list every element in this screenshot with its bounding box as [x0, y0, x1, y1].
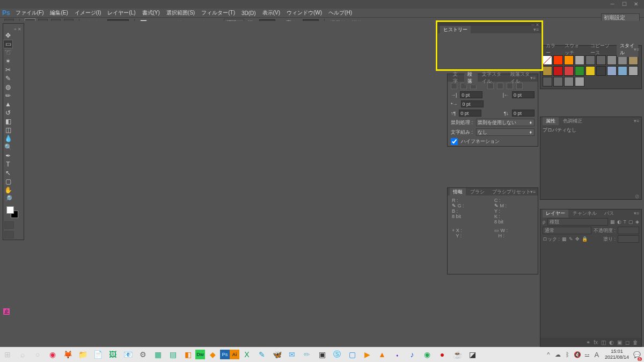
tab-info[interactable]: 情報 [450, 188, 466, 196]
layers-menu-icon[interactable]: ▾≡ [634, 211, 639, 216]
onedrive-icon[interactable]: ☁ [553, 347, 563, 362]
tab-swatches[interactable]: スウォッチ [561, 42, 586, 57]
vlc-icon[interactable]: ▲ [375, 347, 390, 362]
app-icon-10[interactable]: ◉ [420, 347, 435, 362]
menu-image[interactable]: イメージ(I) [75, 9, 101, 17]
kinsoku-dropdown[interactable]: 禁則を使用しない♦ [476, 119, 535, 126]
crop-tool[interactable]: ✂ [3, 66, 13, 74]
indent-right-input[interactable] [512, 91, 535, 98]
ime-a-icon[interactable]: A [592, 347, 602, 362]
lasso-tool[interactable]: ➰ [3, 48, 13, 57]
quick-mask-toggle[interactable] [4, 221, 14, 229]
bluetooth-icon[interactable]: ᛒ [563, 347, 573, 362]
firefox-icon[interactable]: 🦊 [60, 347, 75, 362]
blur-tool[interactable]: 💧 [3, 134, 13, 143]
music-icon[interactable]: ♪ [405, 347, 420, 362]
record-icon[interactable]: ● [435, 347, 450, 362]
pen-tool[interactable]: ✒ [3, 151, 13, 160]
tab-properties[interactable]: 属性 [543, 117, 559, 125]
style-swatch[interactable] [596, 66, 606, 76]
brush-tool[interactable]: ✏ [3, 91, 13, 100]
indent-first-input[interactable] [461, 100, 484, 107]
fill-input[interactable] [618, 235, 639, 243]
history-brush-tool[interactable]: ↺ [3, 108, 13, 117]
menu-window[interactable]: ウィンドウ(W) [287, 9, 322, 17]
app-icon-9[interactable]: ⬩ [390, 347, 405, 362]
healing-tool[interactable]: ◍ [3, 83, 13, 91]
tray-expand-icon[interactable]: ^ [544, 347, 553, 362]
style-swatch[interactable] [553, 66, 563, 76]
media-icon[interactable]: ▶ [360, 347, 375, 362]
eraser-tool[interactable]: ◧ [3, 117, 13, 126]
close-button[interactable]: ✕ [631, 1, 641, 8]
style-swatch[interactable] [575, 66, 584, 76]
indent-left-input[interactable] [460, 91, 482, 98]
tab-brush[interactable]: ブラシ [467, 188, 488, 196]
toolbox-grip[interactable]: « ✕ [3, 27, 24, 31]
illustrator-icon[interactable]: Ai [230, 350, 239, 359]
group-icon[interactable]: ▣ [617, 339, 622, 345]
gradient-tool[interactable]: ◫ [3, 126, 13, 134]
menu-help[interactable]: ヘルプ(H) [328, 9, 352, 17]
path-select-tool[interactable]: ↖ [3, 169, 13, 177]
quick-select-tool[interactable]: ✶ [3, 57, 13, 66]
filter-type-icon[interactable]: T [624, 219, 627, 225]
filter-pixel-icon[interactable]: ▦ [610, 219, 615, 225]
styles-menu-icon[interactable]: ▾≡ [634, 47, 639, 52]
chrome-icon[interactable]: ◉ [45, 347, 60, 362]
space-before-input[interactable] [459, 110, 481, 117]
properties-footer-icon[interactable]: ⊘ [635, 193, 639, 199]
new-layer-icon[interactable]: ◻ [625, 339, 630, 345]
outlook-icon[interactable]: 📧 [120, 347, 135, 362]
maximize-button[interactable]: ☐ [619, 1, 629, 8]
app-icon-7[interactable]: ✏ [299, 347, 314, 362]
type-tool[interactable]: T [3, 160, 13, 169]
tab-char-style[interactable]: 文字スタイル [479, 70, 506, 85]
tab-channels[interactable]: チャンネル [569, 209, 600, 218]
start-button[interactable]: ⊞ [0, 347, 15, 362]
space-after-input[interactable] [512, 110, 535, 117]
filter-shape-icon[interactable]: ▢ [628, 219, 633, 225]
menu-3d[interactable]: 3D(D) [241, 10, 256, 16]
layer-mask-icon[interactable]: ◫ [601, 339, 606, 345]
tab-paths[interactable]: パス [601, 209, 617, 218]
photoshop-icon[interactable]: Ps [220, 350, 230, 359]
settings-icon[interactable]: ⚙ [135, 347, 150, 362]
menu-edit[interactable]: 編集(E) [50, 9, 68, 17]
search-button[interactable]: ⌕ [15, 347, 30, 362]
menu-filter[interactable]: フィルター(T) [201, 9, 235, 17]
shape-tool[interactable]: ▢ [3, 177, 13, 186]
dodge-tool[interactable]: 🔍 [3, 143, 13, 151]
foreground-color[interactable] [6, 206, 14, 214]
lock-all-icon[interactable]: 🔒 [582, 236, 588, 242]
tab-history[interactable]: ヒストリー [440, 26, 471, 34]
excel-icon[interactable]: X [239, 347, 254, 362]
paragraph-menu-icon[interactable]: ▾≡ [530, 75, 536, 81]
tab-brush-preset[interactable]: ブラシプリセット [489, 188, 534, 196]
photos-icon[interactable]: 🖼 [105, 347, 120, 362]
style-swatch[interactable] [607, 66, 617, 76]
clock[interactable]: 15:01 2021/08/14 [602, 349, 632, 360]
history-panel-menu-icon[interactable]: ▾≡ [533, 27, 539, 32]
layer-filter-dropdown[interactable]: 種類 [547, 218, 608, 226]
style-swatch[interactable] [564, 66, 574, 76]
style-swatch[interactable] [575, 77, 584, 86]
dreamweaver-icon[interactable]: Dw [195, 350, 205, 359]
style-swatch[interactable] [618, 66, 627, 76]
zoom-icon[interactable]: ▢ [345, 347, 360, 362]
hyphenation-checkbox[interactable] [451, 138, 458, 145]
filter-smart-icon[interactable]: ◈ [635, 219, 639, 225]
app-icon-11[interactable]: ☕ [450, 347, 465, 362]
skype-icon[interactable]: Ⓢ [330, 347, 345, 362]
layer-fx-icon[interactable]: fx [594, 339, 598, 345]
lock-transparency-icon[interactable]: ▦ [562, 236, 567, 242]
blend-mode-dropdown[interactable]: 通常 [543, 227, 591, 234]
menu-view[interactable]: 表示(V) [262, 9, 280, 17]
screen-mode-toggle[interactable] [4, 231, 14, 238]
properties-menu-icon[interactable]: ▾≡ [634, 118, 639, 124]
style-swatch[interactable] [543, 77, 552, 86]
lock-pixels-icon[interactable]: ✎ [569, 236, 573, 242]
style-swatch[interactable] [586, 66, 595, 76]
info-menu-icon[interactable]: ▾≡ [530, 189, 536, 194]
mojikumi-dropdown[interactable]: なし♦ [476, 128, 535, 136]
